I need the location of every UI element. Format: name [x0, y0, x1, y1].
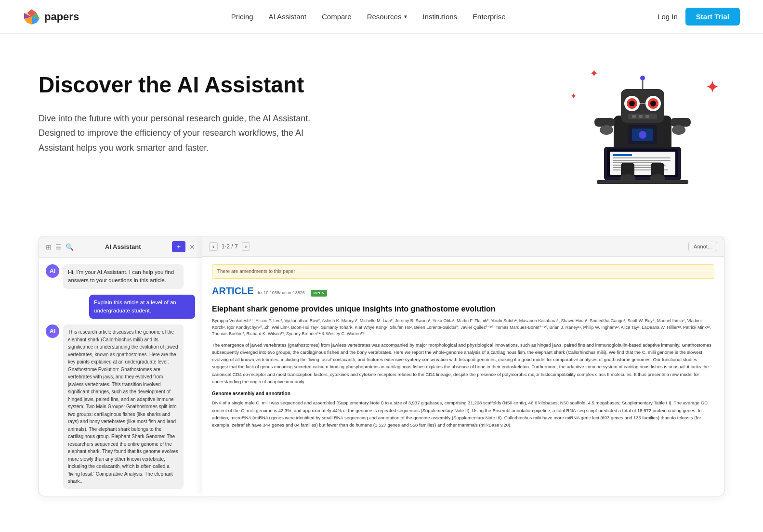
logo-text: papers: [44, 11, 79, 23]
nav-links: Pricing AI Assistant Compare Resources ▾…: [231, 13, 506, 21]
nav-link-resources[interactable]: Resources ▾: [367, 13, 408, 21]
logo-icon: [23, 8, 40, 26]
nav-actions: Log In Start Trial: [658, 8, 740, 26]
svg-rect-31: [613, 160, 671, 161]
svg-rect-19: [632, 115, 636, 118]
nav-link-ai-assistant[interactable]: AI Assistant: [269, 13, 306, 21]
paper-content: There are amendments to this paper ARTIC…: [202, 257, 724, 440]
svg-rect-23: [671, 118, 691, 127]
demo-section: ⊞ ☰ 🔍 AI Assistant + ✕ AI Hi, I'm your A…: [0, 236, 763, 516]
ai-avatar-2: AI: [46, 324, 59, 338]
svg-rect-36: [597, 180, 688, 184]
paper-navigation: ‹ 1-2 / 7 ›: [209, 242, 250, 251]
nav-link-institutions[interactable]: Institutions: [422, 13, 457, 21]
ai-new-chat-button[interactable]: +: [172, 241, 185, 252]
paper-abstract: The emergence of jawed vertebrates (gnat…: [212, 341, 714, 385]
article-label: ARTICLE: [212, 284, 254, 298]
hero-title: Discover the AI Assistant: [39, 72, 337, 98]
svg-point-25: [672, 125, 685, 135]
amendment-notice: There are amendments to this paper: [212, 264, 714, 279]
hero-illustration: ✦ ✦ ✦: [561, 63, 724, 188]
svg-point-39: [620, 174, 635, 182]
sparkle-icon-2: ✦: [705, 77, 720, 97]
robot-illustration: [580, 63, 705, 188]
navigation: papers Pricing AI Assistant Compare Reso…: [0, 0, 763, 34]
svg-point-24: [600, 125, 613, 135]
ai-message-1: AI Hi, I'm your AI Assistant. I can help…: [46, 264, 195, 289]
sparkle-icon-3: ✦: [570, 91, 577, 101]
search-icon[interactable]: 🔍: [66, 243, 74, 251]
prev-page-button[interactable]: ‹: [209, 242, 218, 251]
svg-point-40: [650, 174, 665, 182]
grid-icon[interactable]: ⊞: [46, 243, 52, 251]
user-bubble-1: Explain this article at a level of an un…: [89, 295, 195, 319]
nav-link-pricing[interactable]: Pricing: [231, 13, 253, 21]
ai-messages-container: AI Hi, I'm your AI Assistant. I can help…: [39, 258, 202, 496]
svg-point-17: [640, 76, 645, 80]
next-page-button[interactable]: ›: [242, 242, 250, 251]
annotation-button[interactable]: Annot...: [688, 242, 717, 251]
ai-panel-header: ⊞ ☰ 🔍 AI Assistant + ✕: [39, 236, 202, 258]
paper-panel: ‹ 1-2 / 7 › Annot... There are amendment…: [202, 236, 724, 496]
hero-content: Discover the AI Assistant Dive into the …: [39, 63, 337, 156]
paper-authors: Byrappa Venkatesh¹⁺, Alison P. Lee², Vyd…: [212, 318, 714, 337]
hero-description: Dive into the future with your personal …: [39, 111, 337, 156]
paper-title: Elephant shark genome provides unique in…: [212, 304, 714, 314]
sparkle-icon-1: ✦: [590, 67, 598, 80]
svg-point-43: [639, 131, 646, 139]
svg-rect-21: [645, 115, 649, 118]
start-trial-button[interactable]: Start Trial: [685, 8, 740, 26]
ai-avatar: AI: [46, 264, 59, 278]
nav-link-compare[interactable]: Compare: [322, 13, 352, 21]
paper-doi: doi:10.1038/nature13826: [257, 290, 305, 297]
svg-rect-29: [613, 154, 632, 156]
page-info: 1-2 / 7: [222, 243, 238, 250]
close-icon[interactable]: ✕: [189, 243, 195, 251]
open-access-badge: OPEN: [311, 290, 328, 297]
panel-controls: ⊞ ☰ 🔍: [46, 243, 74, 251]
ai-message-2: AI This research article discusses the g…: [46, 324, 195, 489]
genome-section-title: Genome assembly and annotation: [212, 390, 714, 398]
ai-bubble-2: This research article discusses the geno…: [63, 324, 184, 489]
chevron-down-icon: ▾: [404, 13, 407, 20]
svg-point-13: [629, 101, 635, 106]
genome-assembly-text: DNA of a single male C. milii was sequen…: [212, 399, 714, 428]
svg-rect-20: [639, 115, 643, 118]
hero-section: Discover the AI Assistant Dive into the …: [0, 34, 763, 236]
ai-bubble-1: Hi, I'm your AI Assistant. I can help yo…: [63, 264, 184, 289]
ai-panel-title: AI Assistant: [105, 243, 141, 250]
svg-rect-22: [594, 118, 615, 127]
paper-toolbar: ‹ 1-2 / 7 › Annot...: [202, 236, 724, 257]
svg-rect-30: [613, 157, 671, 158]
login-button[interactable]: Log In: [658, 13, 678, 21]
menu-icon[interactable]: ☰: [55, 243, 62, 251]
ai-assistant-panel: ⊞ ☰ 🔍 AI Assistant + ✕ AI Hi, I'm your A…: [39, 236, 202, 496]
user-message-1: Explain this article at a level of an un…: [46, 295, 195, 319]
nav-link-enterprise[interactable]: Enterprise: [473, 13, 505, 21]
svg-point-14: [650, 101, 656, 106]
logo[interactable]: papers: [23, 8, 79, 26]
